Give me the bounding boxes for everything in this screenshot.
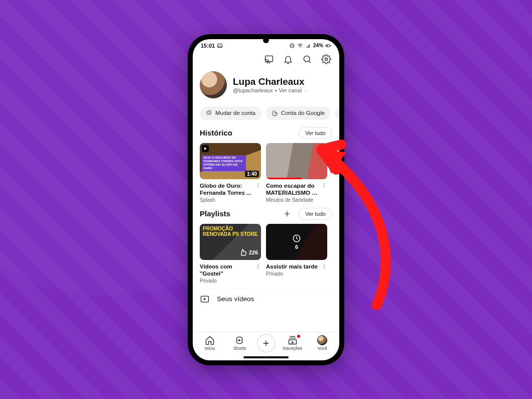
nav-shorts[interactable]: Shorts xyxy=(227,335,252,351)
cast-icon[interactable] xyxy=(264,54,274,64)
svg-rect-11 xyxy=(208,110,211,114)
google-account-label: Conta do Google xyxy=(281,110,325,116)
screen: 15:01 24% Lupa Charleaux xyxy=(193,39,339,360)
view-channel-link[interactable]: Ver canal xyxy=(279,87,302,93)
video-channel: Minutos de Sanidade xyxy=(266,196,319,203)
nav-you[interactable]: Você xyxy=(310,335,335,351)
dnd-icon xyxy=(289,43,295,49)
battery-icon xyxy=(325,43,331,49)
your-videos-label: Seus vídeos xyxy=(217,295,254,303)
video-title: Globo de Ouro: Fernanda Torres ... xyxy=(200,182,253,196)
progress-bar xyxy=(266,178,302,179)
history-item[interactable]: Como escapar do MATERIALISMO e ... Minut… xyxy=(266,143,327,203)
chevron-right-icon xyxy=(304,88,308,92)
history-section: Histórico Ver tudo VEJA O DISCURSO DE FE… xyxy=(193,127,339,208)
svg-rect-6 xyxy=(327,45,328,46)
svg-point-19 xyxy=(257,264,258,265)
punch-hole-camera xyxy=(263,37,269,43)
history-carousel[interactable]: VEJA O DISCURSO DE FERNANDA TORRES APÓS … xyxy=(200,143,332,203)
activate-chip[interactable]: Ativa xyxy=(335,106,339,120)
avatar xyxy=(200,71,227,98)
status-time: 15:01 xyxy=(201,43,215,49)
svg-point-15 xyxy=(257,187,258,188)
svg-rect-10 xyxy=(207,111,210,115)
bell-icon[interactable] xyxy=(283,54,293,64)
wifi-icon xyxy=(297,43,303,49)
thumbnail-overlay-text: VEJA O DISCURSO DE FERNANDA TORRES APÓS … xyxy=(202,155,246,171)
nav-you-label: Você xyxy=(318,346,327,351)
your-videos-row[interactable]: Seus vídeos xyxy=(193,289,339,309)
profile-display-name: Lupa Charleaux xyxy=(233,76,308,87)
svg-point-21 xyxy=(257,268,258,269)
svg-point-24 xyxy=(324,266,325,267)
settings-icon[interactable] xyxy=(321,54,331,64)
svg-point-17 xyxy=(324,185,325,186)
video-channel: Splash xyxy=(200,196,253,203)
video-title: Como escapar do MATERIALISMO e ... xyxy=(266,182,319,196)
svg-point-25 xyxy=(324,268,325,269)
nav-subscriptions[interactable]: Inscrições xyxy=(280,335,305,351)
phone-frame: 15:01 24% Lupa Charleaux xyxy=(188,34,344,365)
switch-account-label: Mudar de conta xyxy=(215,110,255,116)
more-icon[interactable] xyxy=(321,263,327,270)
svg-point-16 xyxy=(324,183,325,184)
nav-avatar-icon xyxy=(317,335,327,345)
more-icon[interactable] xyxy=(321,182,327,189)
svg-point-3 xyxy=(300,47,300,47)
svg-rect-5 xyxy=(330,45,331,46)
svg-point-23 xyxy=(324,264,325,265)
gesture-bar xyxy=(243,356,289,358)
switch-account-chip[interactable]: Mudar de conta xyxy=(200,106,261,120)
svg-point-14 xyxy=(257,185,258,186)
account-chips-row: Mudar de conta Conta do Google Ativa xyxy=(193,103,339,127)
thumb-promo-text: PROMOÇÃO RENOVADA PS STORE xyxy=(203,226,258,237)
svg-point-20 xyxy=(257,266,258,267)
more-icon[interactable] xyxy=(255,182,261,189)
playlists-see-all-button[interactable]: Ver tudo xyxy=(299,208,332,220)
play-square-icon xyxy=(200,294,210,304)
history-item[interactable]: VEJA O DISCURSO DE FERNANDA TORRES APÓS … xyxy=(200,143,261,203)
profile-subline[interactable]: @lupacharleaux • Ver canal xyxy=(233,87,308,93)
more-icon[interactable] xyxy=(255,263,261,270)
playlist-count: 226 xyxy=(249,249,258,255)
profile-handle: @lupacharleaux xyxy=(233,87,273,93)
playlists-carousel[interactable]: PROMOÇÃO RENOVADA PS STORE 226 Vídeos co… xyxy=(200,224,332,284)
svg-point-9 xyxy=(325,58,328,60)
search-icon[interactable] xyxy=(302,54,312,64)
playlist-item[interactable]: PROMOÇÃO RENOVADA PS STORE 226 Vídeos co… xyxy=(200,224,261,284)
svg-point-8 xyxy=(304,56,310,62)
svg-point-13 xyxy=(257,183,258,184)
image-indicator-icon xyxy=(217,43,223,49)
shorts-badge-icon xyxy=(202,145,209,152)
playlist-item[interactable]: 6 Assistir mais tarde Privado xyxy=(266,224,327,284)
battery-percent: 24% xyxy=(313,43,323,48)
nav-shorts-label: Shorts xyxy=(233,346,246,351)
playlist-sub: Privado xyxy=(200,277,253,284)
nav-subscriptions-label: Inscrições xyxy=(283,346,302,351)
svg-point-18 xyxy=(324,187,325,188)
history-title: Histórico xyxy=(200,128,232,137)
playlist-title: Vídeos com "Gostei" xyxy=(200,263,253,277)
profile-header[interactable]: Lupa Charleaux @lupacharleaux • Ver cana… xyxy=(193,68,339,103)
nav-create-button[interactable] xyxy=(257,334,275,352)
playlists-title: Playlists xyxy=(200,209,230,218)
nav-home-label: Início xyxy=(205,346,215,351)
history-see-all-button[interactable]: Ver tudo xyxy=(299,127,332,139)
video-duration: 1:40 xyxy=(245,171,259,177)
add-playlist-icon[interactable] xyxy=(283,209,292,218)
playlists-section: Playlists Ver tudo PROMOÇÃO RENOVADA PS … xyxy=(193,208,339,289)
app-bar xyxy=(193,52,339,68)
bottom-navigation: Início Shorts Inscrições Você xyxy=(193,332,339,355)
playlist-count: 6 xyxy=(295,244,298,250)
playlist-title: Assistir mais tarde xyxy=(266,263,319,270)
nav-home[interactable]: Início xyxy=(197,335,222,351)
playlist-sub: Privado xyxy=(266,270,319,277)
google-account-chip[interactable]: Conta do Google xyxy=(265,106,331,120)
signal-icon xyxy=(305,43,311,49)
